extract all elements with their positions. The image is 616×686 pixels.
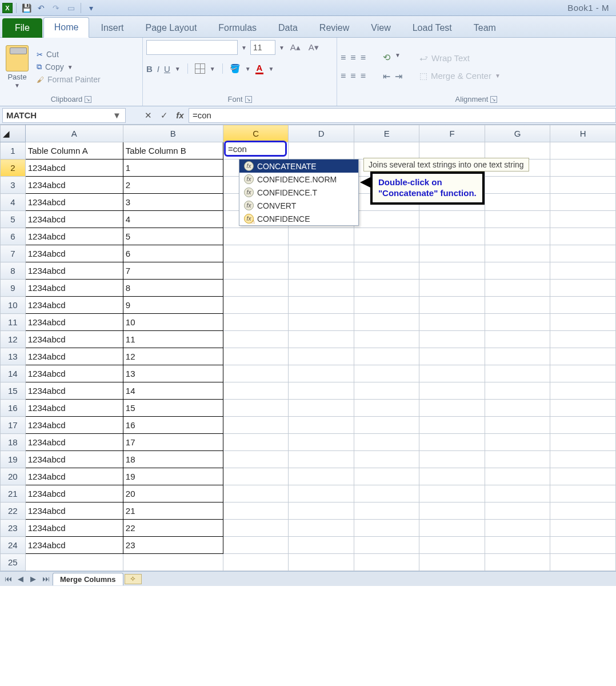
align-top-button[interactable]: ≡ (341, 53, 346, 63)
cell-a19[interactable]: 1234abcd (25, 451, 123, 468)
cell-a7[interactable]: 1234abcd (25, 245, 123, 262)
row-header[interactable]: 17 (1, 417, 26, 434)
cell-c15[interactable] (223, 382, 289, 400)
wrap-text-button[interactable]: ⮐ Wrap Text (419, 53, 501, 63)
cell-h1[interactable] (550, 142, 616, 159)
tab-file[interactable]: File (2, 18, 42, 38)
cell-c17[interactable] (223, 417, 289, 434)
cell-h24[interactable] (550, 537, 616, 554)
cell-g3[interactable] (485, 177, 550, 194)
col-header-d[interactable]: D (289, 125, 354, 142)
row-header[interactable]: 22 (1, 502, 26, 520)
cell-d23[interactable] (289, 520, 354, 537)
cell-a4[interactable]: 1234abcd (25, 194, 123, 211)
merge-center-button[interactable]: ⬚ Merge & Center ▼ (419, 71, 501, 81)
cell-g4[interactable] (485, 194, 550, 211)
cell-g8[interactable] (485, 262, 550, 280)
cell-h2[interactable] (550, 159, 616, 177)
cell-b16[interactable]: 15 (123, 400, 223, 417)
cell-f21[interactable] (419, 485, 485, 502)
cell-d25[interactable] (289, 554, 354, 571)
cell-a21[interactable]: 1234abcd (25, 485, 123, 502)
row-header[interactable]: 11 (1, 314, 26, 331)
copy-button[interactable]: ⧉ Copy ▼ (37, 62, 101, 71)
cell-h23[interactable] (550, 520, 616, 537)
cell-f19[interactable] (419, 451, 485, 468)
cell-d18[interactable] (289, 434, 354, 451)
cell-a24[interactable]: 1234abcd (25, 537, 123, 554)
row-header[interactable]: 6 (1, 228, 26, 245)
cell-c11[interactable] (223, 314, 289, 331)
cell-d20[interactable] (289, 468, 354, 485)
cell-d17[interactable] (289, 417, 354, 434)
cell-a13[interactable]: 1234abcd (25, 348, 123, 365)
cell-c22[interactable] (223, 502, 289, 520)
formula-bar[interactable]: =con (189, 108, 616, 123)
cell-f1[interactable] (419, 142, 485, 159)
cell-b18[interactable]: 17 (123, 434, 223, 451)
decrease-indent-button[interactable]: ⇤ (383, 71, 390, 82)
autocomplete-item-concatenate[interactable]: fx CONCATENATE (239, 159, 358, 173)
cell-a11[interactable]: 1234abcd (25, 314, 123, 331)
cell-h5[interactable] (550, 211, 616, 228)
cell-f6[interactable] (419, 228, 485, 245)
name-box[interactable]: MATCH ▼ (2, 108, 126, 123)
accept-edit-button[interactable]: ✓ (157, 108, 171, 123)
fill-color-button[interactable]: 🪣 (230, 63, 241, 74)
clipboard-dialog-launcher[interactable]: ↘ (85, 96, 91, 103)
cell-c10[interactable] (223, 297, 289, 314)
cell-g7[interactable] (485, 245, 550, 262)
cell-g18[interactable] (485, 434, 550, 451)
cell-e9[interactable] (354, 280, 419, 297)
cell-d13[interactable] (289, 348, 354, 365)
cell-a8[interactable]: 1234abcd (25, 262, 123, 280)
cell-c13[interactable] (223, 348, 289, 365)
cell-c8[interactable] (223, 262, 289, 280)
cancel-edit-button[interactable]: ✕ (141, 108, 155, 123)
cell-d22[interactable] (289, 502, 354, 520)
cell-c19[interactable] (223, 451, 289, 468)
cell-f15[interactable] (419, 382, 485, 400)
cell-h21[interactable] (550, 485, 616, 502)
sheet-nav-first-button[interactable]: ⏮ (2, 575, 14, 583)
cell-g1[interactable] (485, 142, 550, 159)
row-header[interactable]: 12 (1, 331, 26, 348)
row-header[interactable]: 10 (1, 297, 26, 314)
row-header[interactable]: 4 (1, 194, 26, 211)
cell-b2[interactable]: 1 (123, 159, 223, 177)
cell-a23[interactable]: 1234abcd (25, 520, 123, 537)
qat-redo-button[interactable]: ↷ (50, 2, 62, 14)
cell-e11[interactable] (354, 314, 419, 331)
cell-d6[interactable] (289, 228, 354, 245)
cell-b13[interactable]: 12 (123, 348, 223, 365)
row-header[interactable]: 2 (1, 159, 26, 177)
font-dialog-launcher[interactable]: ↘ (245, 96, 252, 103)
cell-f7[interactable] (419, 245, 485, 262)
cell-c7[interactable] (223, 245, 289, 262)
cell-e16[interactable] (354, 400, 419, 417)
cell-g20[interactable] (485, 468, 550, 485)
cell-g12[interactable] (485, 331, 550, 348)
autocomplete-item-convert[interactable]: fx CONVERT (239, 199, 358, 212)
increase-font-button[interactable]: A▴ (288, 42, 303, 53)
cell-e5[interactable] (354, 211, 419, 228)
autocomplete-item-confidence-norm[interactable]: fx CONFIDENCE.NORM (239, 173, 358, 186)
align-center-button[interactable]: ≡ (350, 71, 355, 81)
row-header[interactable]: 8 (1, 262, 26, 280)
row-header[interactable]: 7 (1, 245, 26, 262)
cell-f22[interactable] (419, 502, 485, 520)
cell-e21[interactable] (354, 485, 419, 502)
cell-d15[interactable] (289, 382, 354, 400)
cell-g17[interactable] (485, 417, 550, 434)
cell-c16[interactable] (223, 400, 289, 417)
cell-c20[interactable] (223, 468, 289, 485)
cell-d11[interactable] (289, 314, 354, 331)
cell-h17[interactable] (550, 417, 616, 434)
cell-d10[interactable] (289, 297, 354, 314)
italic-button[interactable]: I (157, 64, 159, 74)
cell-e6[interactable] (354, 228, 419, 245)
cell-d16[interactable] (289, 400, 354, 417)
bold-button[interactable]: B (146, 64, 153, 74)
cell-f23[interactable] (419, 520, 485, 537)
cell-g15[interactable] (485, 382, 550, 400)
